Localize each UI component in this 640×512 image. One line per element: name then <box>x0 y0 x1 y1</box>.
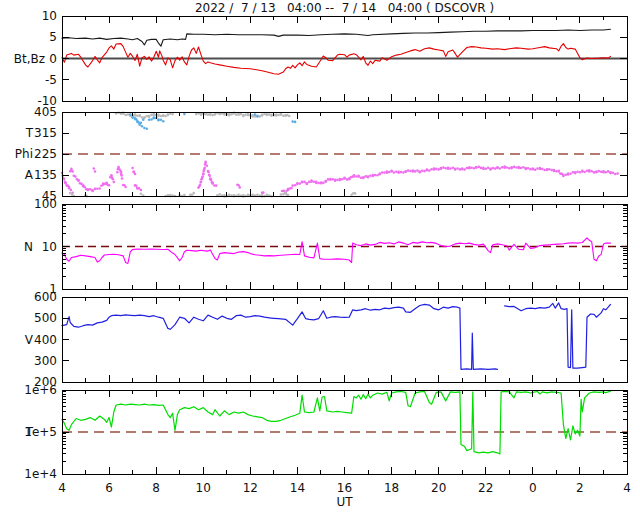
scatter-phi-angle-dots <box>301 181 304 184</box>
scatter-phi-angle-dots <box>569 172 572 175</box>
scatter-phi-angle-dots <box>93 167 96 170</box>
scatter-phi-angle-dots <box>430 168 433 171</box>
scatter-phi-angle-dots <box>306 183 309 186</box>
scatter-gray-angle-dots <box>120 112 123 115</box>
scatter-phi-angle-dots <box>339 178 342 181</box>
scatter-phi-angle-dots <box>440 168 443 171</box>
scatter-phi-angle-dots <box>393 171 396 174</box>
scatter-phi-angle-dots <box>459 168 462 171</box>
y-tick-label: 1e+6 <box>24 383 57 397</box>
scatter-phi-angle-dots <box>200 181 203 184</box>
scatter-phi-angle-dots <box>433 167 436 170</box>
x-tick-label: 0 <box>529 481 537 495</box>
scatter-phi-angle-dots <box>386 170 389 173</box>
scatter-phi-angle-dots <box>494 167 497 170</box>
scatter-blue-angle-dots <box>148 118 151 121</box>
scatter-phi-angle-dots <box>614 173 617 176</box>
scatter-phi-angle-dots <box>416 169 419 172</box>
scatter-phi-angle-dots <box>346 178 349 181</box>
scatter-phi-angle-dots <box>574 172 577 175</box>
scatter-phi-angle-dots <box>501 166 504 169</box>
y-tick-label: 315 <box>34 126 57 140</box>
scatter-phi-angle-dots <box>296 183 299 186</box>
scatter-phi-angle-dots <box>96 187 99 190</box>
scatter-phi-angle-dots <box>487 167 490 170</box>
scatter-phi-angle-dots <box>202 173 205 176</box>
x-tick-label: 16 <box>337 481 352 495</box>
scatter-phi-angle-dots <box>203 167 206 170</box>
scatter-phi-angle-dots <box>303 181 306 184</box>
scatter-phi-angle-dots <box>576 171 579 174</box>
scatter-gray-angle-dots <box>211 114 214 117</box>
y-tick-label: 10 <box>42 9 57 23</box>
scatter-phi-angle-dots <box>456 167 459 170</box>
scatter-gray-angle-dots <box>146 115 149 118</box>
scatter-blue-angle-dots <box>183 113 186 116</box>
x-tick-label: 8 <box>152 481 160 495</box>
scatter-phi-angle-dots <box>388 171 391 174</box>
scatter-phi-angle-dots <box>468 166 471 169</box>
scatter-phi-angle-dots <box>94 188 97 191</box>
scatter-gray-angle-dots <box>209 114 212 117</box>
scatter-phi-angle-dots <box>341 178 344 181</box>
scatter-phi-angle-dots <box>208 175 211 178</box>
scatter-phi-angle-dots <box>336 179 339 182</box>
scatter-phi-angle-dots <box>390 170 393 173</box>
scatter-phi-angle-dots <box>395 171 398 174</box>
scatter-blue-angle-dots <box>256 115 259 118</box>
scatter-blue-angle-dots <box>150 118 153 121</box>
scatter-phi-angle-dots <box>317 182 320 185</box>
x-tick-label: 22 <box>478 481 493 495</box>
scatter-phi-angle-dots <box>334 178 337 181</box>
scatter-gray-angle-dots <box>214 113 217 116</box>
scatter-blue-angle-dots <box>142 119 145 122</box>
scatter-phi-angle-dots <box>605 171 608 174</box>
scatter-phi-angle-dots <box>112 178 115 181</box>
scatter-phi-angle-dots <box>121 177 124 180</box>
scatter-phi-angle-dots <box>600 170 603 173</box>
scatter-phi-angle-dots <box>262 191 265 194</box>
scatter-phi-angle-dots <box>348 178 351 181</box>
series-v-line <box>62 304 498 369</box>
scatter-phi-angle-dots <box>355 175 358 178</box>
scatter-phi-angle-dots <box>607 170 610 173</box>
scatter-phi-angle-dots <box>343 177 346 180</box>
scatter-gray-angle-dots <box>235 113 238 116</box>
scatter-gray-angle-dots <box>197 112 200 115</box>
scatter-phi-angle-dots <box>299 182 302 185</box>
scatter-gray-angle-dots <box>251 114 254 117</box>
scatter-phi-angle-dots <box>609 172 612 175</box>
x-tick-label: 20 <box>431 481 446 495</box>
scatter-phi-angle-dots <box>383 171 386 174</box>
scatter-gray-angle-dots <box>141 116 144 119</box>
scatter-phi-angle-dots <box>397 170 400 173</box>
scatter-phi-angle-dots <box>353 174 356 177</box>
scatter-gray-angle-dots <box>157 114 160 117</box>
scatter-phi-angle-dots <box>421 170 424 173</box>
scatter-gray-angle-dots <box>237 113 240 116</box>
scatter-phi-angle-dots <box>87 189 90 192</box>
scatter-phi-angle-dots <box>360 177 363 180</box>
y-tick-label: 400 <box>34 333 57 347</box>
scatter-phi-angle-dots <box>517 166 520 169</box>
scatter-gray-angle-dots <box>124 114 127 117</box>
scatter-phi-angle-dots <box>120 174 123 177</box>
scatter-phi-angle-dots <box>567 172 570 175</box>
scatter-phi-angle-dots <box>70 168 73 171</box>
scatter-phi-angle-dots <box>64 182 67 185</box>
y-tick-label: 10 <box>42 240 57 254</box>
scatter-phi-angle-dots <box>372 174 375 177</box>
scatter-phi-angle-dots <box>376 174 379 177</box>
scatter-phi-angle-dots <box>496 167 499 170</box>
scatter-phi-angle-dots <box>407 169 410 172</box>
scatter-phi-angle-dots <box>331 178 334 181</box>
y-tick-label: 300 <box>34 354 57 368</box>
scatter-phi-angle-dots <box>579 171 582 174</box>
scatter-phi-angle-dots <box>595 171 598 174</box>
scatter-phi-angle-dots <box>583 171 586 174</box>
scatter-phi-angle-dots <box>77 180 80 183</box>
scatter-phi-angle-dots <box>120 170 123 173</box>
scatter-gray-angle-dots <box>247 113 250 116</box>
x-tick-label: 14 <box>290 481 305 495</box>
scatter-phi-angle-dots <box>63 178 66 181</box>
